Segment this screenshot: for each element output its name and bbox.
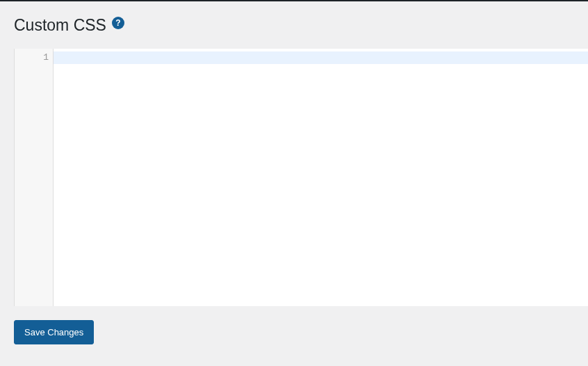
help-icon[interactable]: ?	[112, 17, 124, 29]
page-title-row: Custom CSS ?	[14, 15, 588, 36]
content-wrap: Custom CSS ? 1 Save Changes	[0, 1, 588, 358]
code-area	[54, 49, 588, 306]
page-title: Custom CSS	[14, 15, 106, 36]
save-changes-button[interactable]: Save Changes	[14, 320, 94, 344]
editor-gutter: 1	[15, 49, 54, 306]
line-number: 1	[17, 51, 49, 64]
css-textarea[interactable]	[54, 49, 588, 306]
code-editor: 1	[14, 49, 588, 306]
